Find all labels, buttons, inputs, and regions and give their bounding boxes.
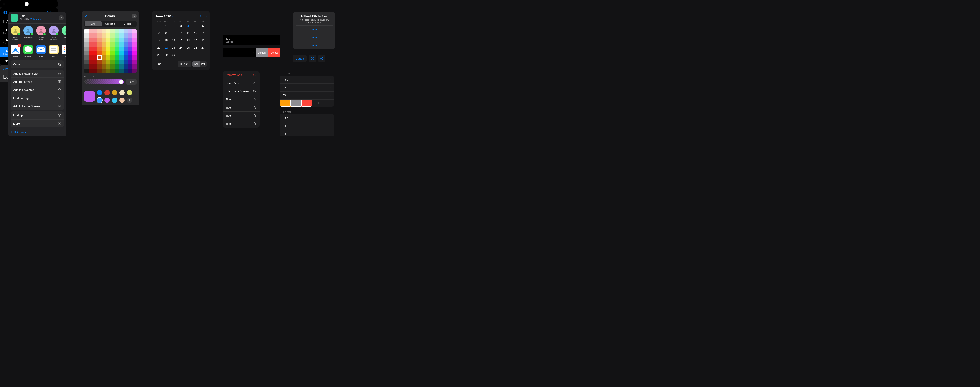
close-icon[interactable]: ✕: [132, 14, 137, 19]
swatch[interactable]: [119, 98, 125, 103]
swatch[interactable]: [112, 98, 117, 103]
swatch[interactable]: [97, 90, 102, 95]
contact-item[interactable]: Da Kn: [62, 26, 66, 41]
list-cell[interactable]: Title›: [280, 84, 334, 92]
list-cell[interactable]: Title›: [280, 76, 334, 84]
list-cell[interactable]: Title›: [280, 122, 334, 130]
date-cell[interactable]: 26: [192, 45, 199, 50]
date-cell[interactable]: 17: [177, 38, 185, 43]
date-cell[interactable]: 12: [192, 30, 199, 36]
contact-item[interactable]: Beam Seilaudom: [49, 26, 59, 41]
swatch[interactable]: [105, 98, 110, 103]
list-cell[interactable]: Title›: [280, 114, 334, 122]
color-segment[interactable]: [280, 100, 312, 106]
action-row[interactable]: More: [11, 119, 64, 127]
date-cell[interactable]: 11: [185, 30, 192, 36]
date-cell[interactable]: 9: [170, 30, 177, 36]
plus-icon-button[interactable]: [318, 55, 325, 62]
date-cell[interactable]: 18: [185, 38, 192, 43]
swatch[interactable]: [112, 90, 117, 95]
brightness-slider[interactable]: [0, 0, 58, 8]
date-cell[interactable]: 24: [177, 45, 185, 50]
segment-option[interactable]: [291, 100, 301, 106]
date-cell[interactable]: 10: [177, 30, 185, 36]
segment-option[interactable]: [280, 100, 291, 106]
action-row[interactable]: Add Bookmark: [11, 78, 64, 86]
eyedropper-icon[interactable]: [84, 14, 88, 18]
seg-sliders[interactable]: Sliders: [119, 21, 136, 26]
contact-item[interactable]: Shelley Willems: [11, 26, 20, 41]
add-swatch-button[interactable]: +: [127, 98, 132, 103]
brightness-track[interactable]: [8, 3, 50, 5]
swipe-delete-button[interactable]: Delete: [268, 48, 280, 57]
action-row[interactable]: Add to Reading List: [11, 70, 64, 78]
date-cell[interactable]: 14: [155, 38, 162, 43]
list-cell[interactable]: Title›: [280, 92, 334, 100]
menu-item[interactable]: Remove App: [223, 71, 259, 79]
action-row[interactable]: Add to Home Screen: [11, 102, 64, 110]
date-cell[interactable]: 29: [162, 52, 170, 57]
segment-option[interactable]: [301, 100, 312, 106]
share-options-link[interactable]: Options ›: [30, 18, 41, 21]
alert-button[interactable]: Label: [296, 41, 332, 49]
action-row[interactable]: Find on Page: [11, 94, 64, 102]
date-cell[interactable]: 21: [155, 45, 162, 50]
date-cell[interactable]: 20: [199, 38, 207, 43]
date-cell[interactable]: 27: [199, 45, 207, 50]
list-cell[interactable]: Title›: [280, 130, 334, 136]
text-button[interactable]: Button: [293, 55, 307, 62]
app-item[interactable]: Mail: [36, 45, 46, 57]
close-icon[interactable]: ✕: [59, 15, 64, 21]
swatch[interactable]: [119, 90, 125, 95]
app-item[interactable]: Remin: [62, 45, 66, 57]
action-row[interactable]: Add to Favorites: [11, 86, 64, 94]
alert-button[interactable]: Label: [296, 33, 332, 41]
menu-item[interactable]: Edit Home Screen: [223, 87, 259, 95]
date-cell[interactable]: 28: [155, 52, 162, 57]
opacity-slider[interactable]: [84, 79, 124, 84]
date-cell[interactable]: 5: [192, 23, 199, 29]
date-cell[interactable]: 7: [155, 30, 162, 36]
date-cell[interactable]: 3: [177, 23, 185, 29]
date-cell[interactable]: 22: [162, 45, 170, 50]
app-item[interactable]: Messages: [23, 45, 33, 57]
date-cell[interactable]: 16: [170, 38, 177, 43]
color-grid[interactable]: [84, 29, 137, 73]
date-cell[interactable]: 15: [162, 38, 170, 43]
swatch[interactable]: [97, 98, 102, 103]
color-mode-segment[interactable]: Grid Spectrum Sliders: [84, 21, 137, 27]
action-row[interactable]: Markup: [11, 111, 64, 119]
month-label[interactable]: June 2020 ›: [155, 14, 173, 18]
date-cell[interactable]: 4: [185, 23, 192, 29]
date-cell[interactable]: 6: [199, 23, 207, 29]
am-button[interactable]: AM: [192, 61, 200, 67]
seg-grid[interactable]: Grid: [84, 21, 102, 26]
edit-actions-link[interactable]: Edit Actions…: [8, 129, 66, 136]
swipe-body[interactable]: ›: [223, 48, 256, 57]
time-value[interactable]: 09 : 41: [178, 61, 191, 67]
contact-item[interactable]: Allison Cain: [23, 26, 33, 41]
ampm-toggle[interactable]: AM PM: [192, 61, 207, 67]
menu-item[interactable]: Share App: [223, 79, 259, 87]
pm-button[interactable]: PM: [200, 61, 207, 67]
menu-item[interactable]: Title: [223, 112, 259, 120]
date-cell[interactable]: 30: [170, 52, 177, 57]
swatch[interactable]: [105, 90, 110, 95]
swatch[interactable]: [127, 90, 132, 95]
app-item[interactable]: 2Airdrop: [11, 45, 20, 57]
date-cell[interactable]: 13: [199, 30, 207, 36]
date-cell[interactable]: 8: [162, 30, 170, 36]
date-cell[interactable]: 23: [170, 45, 177, 50]
alert-button[interactable]: Label: [296, 25, 332, 33]
next-month-icon[interactable]: ›: [205, 14, 207, 18]
contact-item[interactable]: Eric and Stella: [36, 26, 46, 41]
menu-item[interactable]: Title: [223, 95, 259, 103]
menu-item[interactable]: Title: [223, 120, 259, 128]
nav-first-cell[interactable]: Title Subtitle ›: [223, 35, 280, 45]
swipe-action-button[interactable]: Action: [256, 48, 268, 57]
prev-month-icon[interactable]: ‹: [200, 14, 201, 18]
copy-action[interactable]: Copy: [11, 60, 64, 68]
date-cell[interactable]: 19: [192, 38, 199, 43]
date-cell[interactable]: 25: [185, 45, 192, 50]
date-cell[interactable]: 2: [170, 23, 177, 29]
